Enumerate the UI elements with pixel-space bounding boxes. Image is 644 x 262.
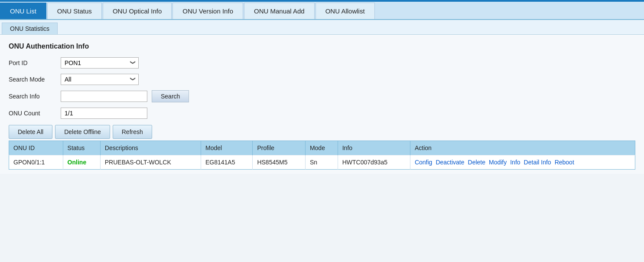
- col-profile: Profile: [253, 141, 306, 155]
- tab-onu-version-info[interactable]: ONU Version Info: [172, 3, 243, 19]
- search-mode-label: Search Mode: [9, 76, 61, 83]
- main-tabs: ONU List ONU Status ONU Optical Info ONU…: [0, 2, 644, 20]
- action-delete-link[interactable]: Delete: [468, 159, 485, 166]
- tab-onu-list[interactable]: ONU List: [0, 3, 46, 19]
- tab-onu-status[interactable]: ONU Status: [47, 3, 102, 19]
- subtab-onu-statistics[interactable]: ONU Statistics: [2, 23, 58, 34]
- cell-onu-id: GPON0/1:1: [9, 155, 63, 170]
- cell-descriptions: PRUEBAS-OLT-WOLCK: [100, 155, 201, 170]
- search-mode-select[interactable]: All ONU ID SN MAC: [61, 74, 139, 85]
- search-button[interactable]: Search: [152, 90, 189, 102]
- action-detail-info-link[interactable]: Detail Info: [524, 159, 551, 166]
- tab-onu-allowlist[interactable]: ONU Allowlist: [315, 3, 375, 19]
- col-descriptions: Descriptions: [100, 141, 201, 155]
- onu-count-row: ONU Count: [9, 108, 635, 119]
- col-action: Action: [410, 141, 635, 155]
- col-status: Status: [63, 141, 100, 155]
- search-info-row: Search Info Search: [9, 90, 635, 102]
- port-id-select-wrapper: PON1 PON2 PON3 PON4: [61, 57, 139, 69]
- sub-tabs: ONU Statistics: [0, 20, 644, 35]
- action-modify-link[interactable]: Modify: [489, 159, 507, 166]
- action-config-link[interactable]: Config: [415, 159, 432, 166]
- col-onu-id: ONU ID: [9, 141, 63, 155]
- section-title: ONU Authentication Info: [9, 43, 635, 50]
- action-links-container: Config Deactivate Delete Modify Info Det…: [415, 159, 631, 166]
- cell-model: EG8141A5: [201, 155, 252, 170]
- port-id-label: Port ID: [9, 59, 61, 66]
- action-deactivate-link[interactable]: Deactivate: [436, 159, 464, 166]
- onu-table: ONU ID Status Descriptions Model Profile…: [9, 141, 635, 170]
- col-mode: Mode: [305, 141, 338, 155]
- col-model: Model: [201, 141, 252, 155]
- tab-onu-manual-add[interactable]: ONU Manual Add: [244, 3, 315, 19]
- action-buttons-row: Delete All Delete Offline Refresh: [9, 125, 635, 139]
- cell-status: Online: [63, 155, 100, 170]
- onu-count-label: ONU Count: [9, 110, 61, 117]
- col-info: Info: [338, 141, 410, 155]
- cell-profile: HS8545M5: [253, 155, 306, 170]
- tab-onu-optical-info[interactable]: ONU Optical Info: [103, 3, 172, 19]
- refresh-button[interactable]: Refresh: [113, 125, 152, 139]
- cell-action: Config Deactivate Delete Modify Info Det…: [410, 155, 635, 170]
- cell-info: HWTC007d93a5: [338, 155, 410, 170]
- delete-offline-button[interactable]: Delete Offline: [55, 125, 110, 139]
- table-header-row: ONU ID Status Descriptions Model Profile…: [9, 141, 635, 155]
- port-id-row: Port ID PON1 PON2 PON3 PON4: [9, 57, 635, 69]
- table-row: GPON0/1:1 Online PRUEBAS-OLT-WOLCK EG814…: [9, 155, 635, 170]
- search-mode-select-wrapper: All ONU ID SN MAC: [61, 74, 139, 85]
- port-id-select[interactable]: PON1 PON2 PON3 PON4: [61, 57, 139, 69]
- action-info-link[interactable]: Info: [510, 159, 520, 166]
- main-content: ONU Authentication Info Port ID PON1 PON…: [0, 35, 644, 174]
- cell-mode: Sn: [305, 155, 338, 170]
- action-reboot-link[interactable]: Reboot: [555, 159, 574, 166]
- status-online-badge: Online: [68, 159, 87, 166]
- delete-all-button[interactable]: Delete All: [9, 125, 52, 139]
- search-info-input[interactable]: [61, 91, 147, 102]
- onu-count-input: [61, 108, 147, 119]
- search-mode-row: Search Mode All ONU ID SN MAC: [9, 74, 635, 85]
- search-info-label: Search Info: [9, 93, 61, 100]
